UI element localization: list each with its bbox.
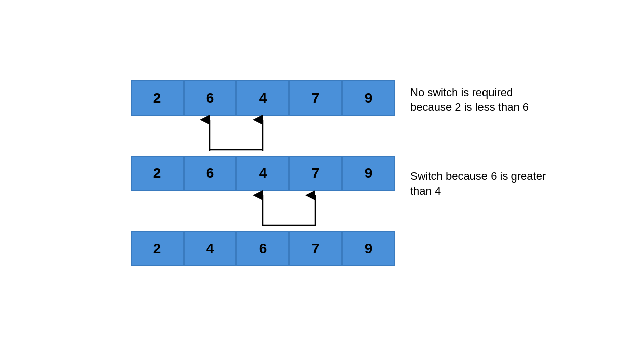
array-row-2: 2 6 4 7 9 <box>131 156 395 191</box>
array-row-3: 2 4 6 7 9 <box>131 231 395 266</box>
cell-r1-c2: 6 <box>184 80 236 116</box>
label-switch-line1: Switch because 6 is greater <box>410 170 546 183</box>
arrows-svg-2 <box>131 191 395 231</box>
main-container: 2 6 4 7 9 <box>131 80 546 266</box>
cell-r3-c3: 6 <box>236 231 289 266</box>
label-no-switch: No switch is required because 2 is less … <box>410 85 546 114</box>
arrays-column: 2 6 4 7 9 <box>131 80 395 266</box>
arrows-svg-1 <box>131 116 395 156</box>
label-no-switch-line1: No switch is required <box>410 86 513 99</box>
arrow-area-2 <box>131 191 395 231</box>
label-no-switch-line2: because 2 is less than 6 <box>410 101 529 113</box>
cell-r1-c1: 2 <box>131 80 184 116</box>
cell-r2-c5: 9 <box>342 156 395 191</box>
array-row-1: 2 6 4 7 9 <box>131 80 395 116</box>
cell-r3-c5: 9 <box>342 231 395 266</box>
cell-r1-c3: 4 <box>236 80 289 116</box>
cell-r1-c5: 9 <box>342 80 395 116</box>
label-column: No switch is required because 2 is less … <box>410 80 546 198</box>
cell-r2-c3: 4 <box>236 156 289 191</box>
label-switch: Switch because 6 is greater than 4 <box>410 169 546 198</box>
cell-r3-c2: 4 <box>184 231 236 266</box>
cell-r3-c4: 7 <box>289 231 342 266</box>
cell-r2-c1: 2 <box>131 156 184 191</box>
arrow-area-1 <box>131 116 395 156</box>
cell-r2-c2: 6 <box>184 156 236 191</box>
cell-r1-c4: 7 <box>289 80 342 116</box>
cell-r3-c1: 2 <box>131 231 184 266</box>
cell-r2-c4: 7 <box>289 156 342 191</box>
label-switch-line2: than 4 <box>410 185 441 197</box>
